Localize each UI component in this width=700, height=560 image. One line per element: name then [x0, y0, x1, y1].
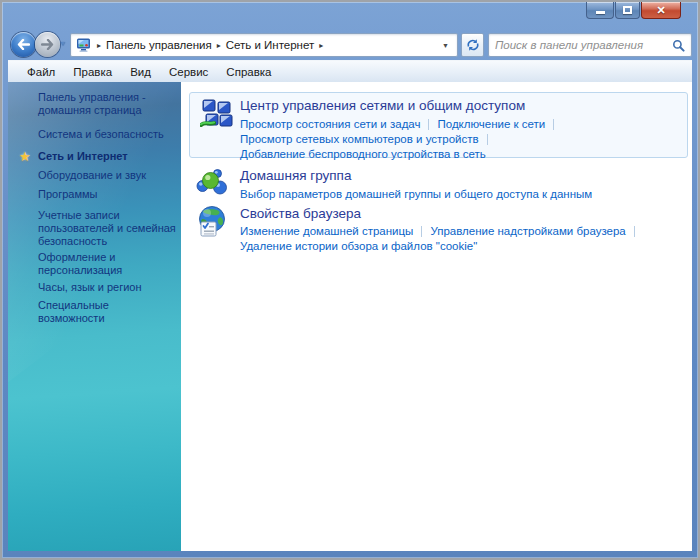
sidebar-item-system-security[interactable]: Система и безопасность [38, 128, 178, 141]
client-area: Панель управления - домашняя страница Си… [8, 82, 692, 551]
refresh-button[interactable] [461, 33, 484, 57]
address-dropdown-icon[interactable]: ▼ [439, 42, 452, 49]
search-input[interactable] [495, 39, 672, 51]
link-delete-history-cookies[interactable]: Удаление истории обзора и файлов "cookie… [240, 240, 477, 252]
back-arrow-icon [17, 39, 30, 50]
menu-bar: Файл Правка Вид Сервис Справка [8, 60, 692, 82]
network-section-title[interactable]: Центр управления сетями и общим доступом [240, 98, 525, 113]
forward-arrow-icon [41, 39, 54, 50]
toolbar: ▾ ▸ Панель управления ▸ Сеть и Интернет … [2, 30, 698, 60]
menu-file[interactable]: Файл [18, 63, 64, 81]
maximize-button[interactable] [615, 2, 640, 19]
link-view-network-status[interactable]: Просмотр состояния сети и задач [240, 118, 420, 130]
link-separator [428, 119, 429, 130]
sidebar-item-user-accounts[interactable]: Учетные записи пользователей и семейная … [38, 209, 178, 248]
sidebar-item-home[interactable]: Панель управления - домашняя страница [38, 91, 178, 117]
minimize-button[interactable] [586, 2, 614, 19]
forward-button[interactable] [35, 32, 60, 57]
menu-view[interactable]: Вид [121, 63, 160, 81]
menu-help[interactable]: Справка [217, 63, 280, 81]
control-panel-icon [76, 37, 92, 53]
link-separator [634, 226, 635, 237]
minimize-icon [596, 11, 605, 14]
link-manage-addons[interactable]: Управление надстройками браузера [430, 225, 625, 237]
browser-icon[interactable] [195, 205, 230, 240]
menu-tools[interactable]: Сервис [160, 63, 217, 81]
homegroup-icon[interactable] [196, 168, 227, 199]
sidebar-item-network-internet[interactable]: Сеть и Интернет [38, 150, 178, 163]
close-icon: ✕ [656, 5, 665, 16]
sidebar-item-ease-of-access[interactable]: Специальные возможности [38, 299, 178, 325]
maximize-icon [623, 6, 632, 14]
breadcrumb-network-internet[interactable]: Сеть и Интернет [226, 39, 315, 51]
recent-pages-chevron-icon[interactable]: ▾ [61, 39, 65, 48]
homegroup-section-title[interactable]: Домашняя группа [240, 168, 351, 183]
breadcrumb-control-panel[interactable]: Панель управления [106, 39, 212, 51]
sidebar-item-clock-language[interactable]: Часы, язык и регион [38, 281, 178, 294]
window: ✕ ▾ ▸ Панель [0, 0, 700, 560]
link-separator [553, 119, 554, 130]
search-box[interactable] [488, 33, 692, 57]
sidebar: Панель управления - домашняя страница Си… [8, 82, 181, 551]
star-icon: ★ [19, 150, 31, 163]
sidebar-item-appearance[interactable]: Оформление и персонализация [38, 251, 178, 277]
link-add-wireless-device[interactable]: Добавление беспроводного устройства в се… [240, 148, 486, 160]
breadcrumb-arrow-icon: ▸ [217, 41, 221, 50]
link-separator [421, 226, 422, 237]
main-panel: Центр управления сетями и общим доступом… [181, 82, 692, 551]
breadcrumb-arrow-icon: ▸ [319, 41, 323, 50]
refresh-icon [466, 38, 480, 52]
sidebar-item-hardware-sound[interactable]: Оборудование и звук [38, 169, 178, 182]
link-homegroup-options[interactable]: Выбор параметров домашней группы и общег… [240, 188, 592, 200]
link-change-homepage[interactable]: Изменение домашней страницы [240, 225, 413, 237]
browser-section-title[interactable]: Свойства браузера [240, 206, 361, 221]
link-connect-to-network[interactable]: Подключение к сети [437, 118, 545, 130]
breadcrumb-arrow-icon: ▸ [97, 41, 101, 50]
search-icon [672, 39, 685, 52]
network-icon[interactable] [200, 99, 233, 132]
link-view-network-computers[interactable]: Просмотр сетевых компьютеров и устройств [240, 133, 479, 145]
back-button[interactable] [11, 32, 36, 57]
address-bar[interactable]: ▸ Панель управления ▸ Сеть и Интернет ▸ … [70, 33, 458, 57]
window-controls: ✕ [586, 2, 681, 19]
sidebar-item-programs[interactable]: Программы [38, 188, 178, 201]
menu-edit[interactable]: Правка [64, 63, 121, 81]
link-separator [487, 134, 488, 145]
close-button[interactable]: ✕ [641, 2, 681, 19]
titlebar: ✕ [2, 2, 698, 30]
